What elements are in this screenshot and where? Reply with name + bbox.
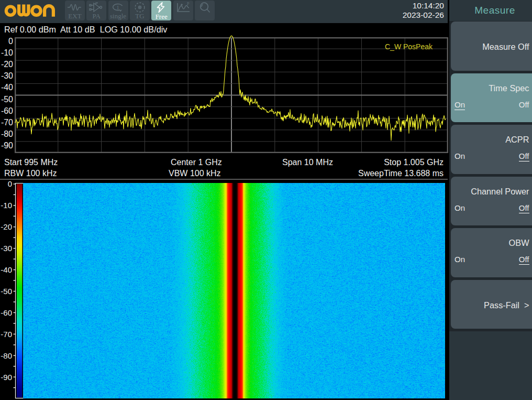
svg-text:P: P — [187, 2, 190, 6]
svg-text:1: 1 — [116, 4, 119, 10]
